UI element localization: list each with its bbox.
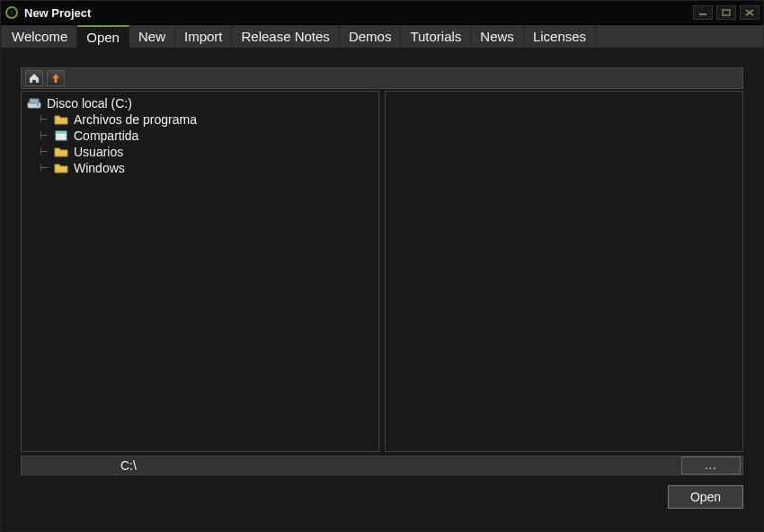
file-list-pane[interactable]	[385, 91, 743, 452]
tree-root-label: Disco local (C:)	[47, 96, 132, 111]
tab-demos[interactable]: Demos	[340, 25, 402, 48]
current-path: C:\	[22, 458, 681, 473]
tab-bar: Welcome Open New Import Release Notes De…	[1, 24, 763, 48]
home-button[interactable]	[25, 70, 43, 86]
folder-icon	[54, 162, 68, 174]
bottom-bar: Open	[21, 475, 743, 511]
tab-label: News	[480, 29, 514, 44]
tab-label: Release Notes	[241, 29, 329, 44]
tab-new[interactable]: New	[129, 25, 175, 48]
titlebar: New Project	[1, 1, 763, 24]
tab-label: Licenses	[533, 29, 586, 44]
tab-import[interactable]: Import	[175, 25, 233, 48]
tree-connector: ⊢	[40, 130, 49, 142]
tab-news[interactable]: News	[471, 25, 524, 48]
folder-icon	[54, 113, 68, 126]
tree-children: ⊢ Archivos de programa ⊢	[40, 111, 373, 176]
tab-label: Tutorials	[410, 29, 461, 44]
tree-connector: ⊢	[40, 146, 49, 158]
tree-item-label: Windows	[74, 161, 125, 175]
tab-label: Welcome	[12, 29, 67, 44]
open-button-label: Open	[690, 490, 721, 504]
browser-panes: Disco local (C:) ⊢ Archivos de programa …	[21, 91, 743, 452]
path-bar: C:\ ...	[21, 456, 743, 475]
tree-connector: ⊢	[40, 163, 49, 174]
tab-label: Demos	[349, 29, 392, 44]
tree-item[interactable]: ⊢ Usuarios	[40, 144, 373, 160]
svg-rect-7	[30, 99, 39, 103]
window: New Project Welcome Open New Import Rele…	[0, 0, 764, 532]
tab-label: Open	[86, 30, 120, 45]
tree-item-label: Compartida	[74, 129, 138, 143]
svg-rect-3	[723, 10, 730, 15]
tab-welcome[interactable]: Welcome	[3, 25, 77, 48]
maximize-button[interactable]	[716, 5, 736, 20]
minimize-button[interactable]	[693, 5, 713, 20]
calendar-icon	[54, 129, 68, 142]
tab-tutorials[interactable]: Tutorials	[401, 25, 471, 48]
svg-rect-10	[56, 131, 67, 134]
tab-label: Import	[184, 29, 223, 44]
file-toolbar	[21, 67, 743, 89]
tab-licenses[interactable]: Licenses	[524, 25, 596, 48]
svg-point-1	[10, 11, 13, 14]
open-button[interactable]: Open	[668, 485, 743, 509]
tree-root-drive[interactable]: Disco local (C:)	[27, 95, 373, 111]
tree-connector: ⊢	[40, 114, 49, 126]
window-title: New Project	[24, 6, 693, 20]
tab-release-notes[interactable]: Release Notes	[232, 25, 339, 48]
up-folder-button[interactable]	[47, 70, 65, 86]
browse-button[interactable]: ...	[681, 457, 741, 474]
tree-item[interactable]: ⊢ Archivos de programa	[40, 111, 373, 128]
svg-point-8	[37, 104, 39, 106]
window-buttons	[693, 5, 760, 20]
browse-label: ...	[705, 459, 716, 472]
tab-open[interactable]: Open	[77, 25, 129, 48]
tree-item-label: Archivos de programa	[74, 112, 197, 127]
drive-icon	[27, 97, 41, 110]
folder-icon	[54, 146, 68, 158]
tree-item[interactable]: ⊢ Compartida	[40, 128, 373, 144]
tree-item[interactable]: ⊢ Windows	[40, 160, 373, 176]
tab-label: New	[138, 29, 165, 44]
close-button[interactable]	[740, 5, 760, 20]
folder-tree-pane[interactable]: Disco local (C:) ⊢ Archivos de programa …	[21, 91, 379, 452]
tree-item-label: Usuarios	[74, 145, 123, 159]
content-area: Disco local (C:) ⊢ Archivos de programa …	[1, 48, 763, 531]
app-icon	[4, 5, 19, 20]
